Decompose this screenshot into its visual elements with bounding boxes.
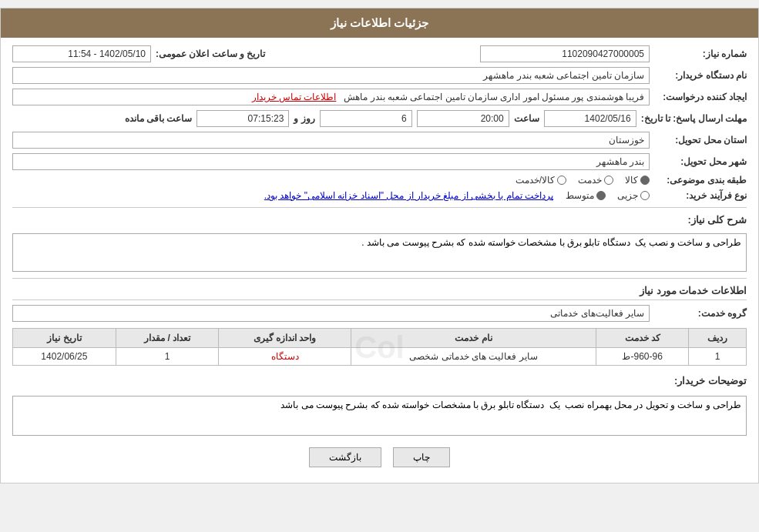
process-option-jozi[interactable]: جزیی: [617, 190, 650, 201]
announcement-datetime-value: 1402/05/10 - 11:54: [12, 45, 151, 62]
row-need-number: شماره نیاز: 1102090427000005 تاریخ و ساع…: [12, 45, 747, 62]
buyer-org-label: نام دستگاه خریدار:: [654, 70, 747, 81]
row-service-group: گروه خدمت: سایر فعالیت‌های خدماتی: [12, 305, 747, 322]
divider-2: [12, 278, 747, 279]
category-radio-kala-khedmat[interactable]: [557, 176, 566, 185]
row-province: استان محل تحویل: خوزستان: [12, 132, 747, 149]
category-label-kala: کالا: [625, 175, 638, 186]
province-label: استان محل تحویل:: [654, 135, 747, 146]
description-label: شرح کلی نیاز:: [687, 214, 747, 229]
button-row: چاپ بازگشت: [12, 447, 747, 467]
city-value: بندر ماهشهر: [12, 153, 650, 170]
table-header-row: ردیف کد خدمت نام خدمت واحد اندازه گیری ت…: [13, 329, 747, 348]
cell-quantity: 1: [116, 348, 219, 366]
city-label: شهر محل تحویل:: [654, 156, 747, 167]
category-label: طبقه بندی موضوعی:: [654, 175, 747, 186]
buyer-notes-textarea[interactable]: [12, 396, 747, 436]
print-button[interactable]: چاپ: [393, 447, 450, 467]
process-label-mottavasset: متوسط: [566, 190, 594, 201]
process-label-jozi: جزیی: [617, 190, 638, 201]
deadline-label: مهلت ارسال پاسخ: تا تاریخ:: [641, 113, 747, 124]
cell-row-num: 1: [689, 348, 747, 366]
row-city: شهر محل تحویل: بندر ماهشهر: [12, 153, 747, 170]
divider-1: [12, 207, 747, 208]
category-option-khedmat[interactable]: خدمت: [578, 175, 613, 186]
process-type-label: نوع فرآیند خرید:: [654, 190, 747, 201]
description-textarea[interactable]: [12, 233, 747, 272]
need-number-label: شماره نیاز:: [654, 49, 747, 59]
province-value: خوزستان: [12, 132, 650, 149]
table-row: 1 960-96-ط سایر فعالیت های خدماتی شخصی د…: [13, 348, 747, 366]
row-buyer-org: نام دستگاه خریدار: سازمان تامین اجتماعی …: [12, 67, 747, 84]
services-table: ردیف کد خدمت نام خدمت واحد اندازه گیری ت…: [12, 328, 747, 366]
deadline-date: 1402/05/16: [544, 110, 636, 127]
cell-service-code: 960-96-ط: [596, 348, 688, 366]
row-deadline: مهلت ارسال پاسخ: تا تاریخ: 1402/05/16 سا…: [12, 110, 747, 127]
deadline-time-label: ساعت: [514, 113, 539, 124]
services-table-section: Col ردیف کد خدمت نام خدمت واحد اندازه گی…: [12, 328, 747, 366]
process-option-mottavasset[interactable]: متوسط: [566, 190, 606, 201]
cell-date: 1402/06/25: [13, 348, 116, 366]
process-note: پرداخت تمام یا بخشی از مبلغ خریدار از مح…: [264, 190, 553, 201]
category-radio-kala[interactable]: [640, 176, 650, 185]
back-button[interactable]: بازگشت: [309, 447, 381, 467]
page-title: جزئیات اطلاعات نیاز: [331, 16, 428, 29]
category-label-kala-khedmat: کالا/خدمت: [516, 175, 555, 186]
category-label-khedmat: خدمت: [578, 175, 602, 186]
category-radio-group: کالا خدمت کالا/خدمت: [516, 175, 650, 186]
requester-value: فریبا هوشمندی پور مسئول امور اداری سازما…: [12, 89, 650, 105]
requester-link[interactable]: اطلاعات تماس خریدار: [252, 92, 337, 102]
buyer-org-value: سازمان تامین اجتماعی شعبه بندر ماهشهر: [12, 67, 650, 84]
services-section-header: اطلاعات خدمات مورد نیاز: [12, 285, 747, 300]
page-header: جزئیات اطلاعات نیاز: [1, 8, 758, 38]
cell-unit: دستگاه: [219, 348, 351, 366]
category-option-kala[interactable]: کالا: [625, 175, 650, 186]
col-header-service-code: کد خدمت: [596, 329, 688, 348]
col-header-quantity: تعداد / مقدار: [116, 329, 219, 348]
deadline-remaining-label: ساعت باقی مانده: [125, 113, 193, 124]
row-process-type: نوع فرآیند خرید: جزیی متوسط پرداخت تمام …: [12, 190, 747, 201]
col-header-date: تاریخ نیاز: [13, 329, 116, 348]
category-radio-khedmat[interactable]: [604, 176, 613, 185]
row-buyer-notes: [12, 396, 747, 436]
process-radio-mottavasset[interactable]: [596, 191, 606, 200]
need-number-value: 1102090427000005: [480, 45, 650, 62]
service-group-label: گروه خدمت:: [654, 308, 747, 319]
deadline-time: 20:00: [417, 110, 509, 127]
col-header-row-num: ردیف: [689, 329, 747, 348]
main-container: جزئیات اطلاعات نیاز شماره نیاز: 11020904…: [0, 8, 759, 483]
deadline-remaining: 07:15:23: [196, 110, 289, 127]
category-option-kala-khedmat[interactable]: کالا/خدمت: [516, 175, 566, 186]
buyer-notes-label: توضیحات خریدار:: [674, 375, 747, 390]
requester-label: ایجاد کننده درخواست:: [654, 92, 747, 102]
process-radio-jozi[interactable]: [640, 191, 650, 200]
service-group-value: سایر فعالیت‌های خدماتی: [12, 305, 650, 322]
row-buyer-notes-label: توضیحات خریدار:: [12, 372, 747, 391]
row-category: طبقه بندی موضوعی: کالا خدمت کالا/خدمت: [12, 175, 747, 186]
row-requester: ایجاد کننده درخواست: فریبا هوشمندی پور م…: [12, 89, 747, 105]
col-header-service-name: نام خدمت: [351, 329, 596, 348]
row-description: [12, 233, 747, 272]
deadline-days-label: روز و: [294, 113, 314, 124]
deadline-days: 6: [320, 110, 412, 127]
row-description-label: شرح کلی نیاز:: [12, 214, 747, 229]
process-radio-group: جزیی متوسط: [566, 190, 650, 201]
col-header-unit: واحد اندازه گیری: [219, 329, 351, 348]
announcement-datetime-label: تاریخ و ساعت اعلان عمومی:: [156, 49, 265, 59]
cell-service-name: سایر فعالیت های خدماتی شخصی: [351, 348, 596, 366]
content-area: شماره نیاز: 1102090427000005 تاریخ و ساع…: [1, 38, 758, 483]
